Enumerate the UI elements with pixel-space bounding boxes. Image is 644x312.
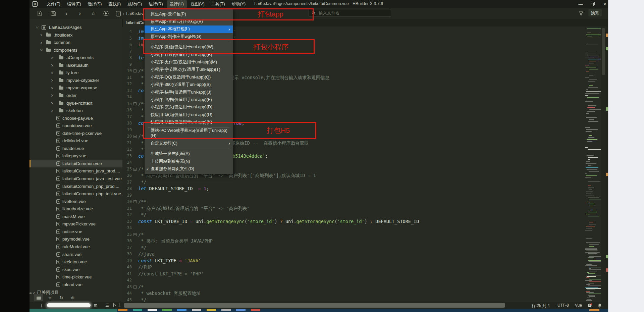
filter-icon[interactable] (578, 10, 584, 16)
chevron-right-icon[interactable]: > (40, 40, 42, 45)
tree-item-laiketuiCommonjavatest.vue[interactable]: VlaiketuiCommon_java_test.vue (30, 175, 122, 183)
menubar-item-4[interactable]: 查找(I) (105, 0, 124, 8)
restore-button[interactable] (588, 1, 597, 7)
update-clock-icon[interactable] (588, 303, 592, 308)
chevron-right-icon[interactable]: > (51, 70, 53, 75)
run-icon[interactable] (103, 10, 109, 16)
chevron-down-icon[interactable]: > (35, 27, 40, 29)
chevron-right-icon[interactable]: > (51, 101, 53, 105)
tree-item-order[interactable]: >order (30, 92, 122, 99)
fold-icon[interactable]: − (133, 69, 137, 72)
tree-item-mpvue-wxparse[interactable]: >mpvue-wxparse (30, 84, 122, 92)
chevron-right-icon[interactable]: > (51, 55, 53, 60)
preview-button[interactable]: 预览 (588, 9, 602, 16)
tree-item-header.vue[interactable]: Vheader.vue (30, 145, 122, 152)
chevron-right-icon[interactable]: > (51, 78, 53, 83)
tree-item-components[interactable]: >components (30, 46, 122, 54)
fold-icon[interactable]: − (133, 200, 137, 203)
tree-item-share.vue[interactable]: Vshare.vue (30, 251, 122, 258)
tree-item-time-picker.vue[interactable]: Vtime-picker.vue (30, 273, 122, 281)
star-icon[interactable]: ☆ (90, 10, 97, 16)
menu-item-12[interactable]: 小程序-快手(仅适用于uni-app)(J) (145, 89, 233, 96)
chevron-right-icon[interactable]: > (51, 108, 53, 113)
menubar-item-5[interactable]: 跳转(G) (124, 0, 145, 8)
tree-item-mpvue-citypicker[interactable]: >mpvue-citypicker (30, 76, 122, 84)
menu-item-22[interactable]: 生成统一发布页面(A) (145, 150, 233, 158)
tree-item-aComponents[interactable]: >aComponents (30, 54, 122, 61)
menu-item-11[interactable]: 小程序-360(仅适用于uni-app)(S) (145, 81, 233, 89)
menubar-item-7[interactable]: 发行(U) (167, 0, 187, 8)
sync-tab-icon[interactable]: ↻ (57, 294, 66, 301)
menubar-item-3[interactable]: 选择(S) (85, 0, 105, 8)
menu-item-3[interactable]: 原生App-本地打包(L)› (145, 25, 233, 33)
chevron-right-icon[interactable]: > (51, 63, 53, 67)
outline-icon[interactable]: ☰ (105, 303, 109, 308)
menu-item-10[interactable]: 小程序-QQ(仅适用于uni-app)(Q) (145, 73, 233, 81)
tree-item-laikepay.vue[interactable]: Vlaikepay.vue (30, 152, 122, 160)
tree-item-LaiKeJavaPages[interactable]: >ULaiKeJavaPages (30, 23, 122, 31)
tree-item-skus.vue[interactable]: Vskus.vue (30, 266, 122, 273)
tree-item-paymodel.vue[interactable]: Vpaymodel.vue (30, 235, 122, 243)
menu-item-8[interactable]: 小程序-支付宝(仅适用于uni-app)(M) (145, 58, 233, 66)
chevron-down-icon[interactable]: > (39, 49, 44, 51)
menu-item-13[interactable]: 小程序-飞书(仅适用于uni-app)(F) (145, 96, 233, 103)
back-icon[interactable]: ‹ (63, 10, 70, 16)
fold-icon[interactable]: − (133, 285, 137, 289)
new-file-icon[interactable] (36, 10, 43, 16)
file-search-box[interactable] (309, 9, 391, 17)
tree-item-laiketuiauth[interactable]: >laiketuiauth (30, 61, 122, 69)
plugin-tab-icon[interactable]: ✳ (46, 294, 54, 301)
forward-icon[interactable]: › (76, 10, 83, 16)
tree-item-date-time-picker.vue[interactable]: Vdate-time-picker.vue (30, 129, 122, 137)
tree-item-skeleton[interactable]: >skeleton (30, 107, 122, 114)
tree-item-laiketuiCommonphptest.vue[interactable]: VlaiketuiCommon_php_test.vue (30, 190, 122, 198)
tree-item-ruleModal.vue[interactable]: VruleModal.vue (30, 243, 122, 251)
explorer-tab-icon[interactable] (34, 294, 43, 301)
minimize-button[interactable]: — (576, 1, 585, 7)
menu-item-15[interactable]: 快应用-华为(仅适用于uni-app)(U) (145, 111, 233, 118)
tree-item-notice.vue[interactable]: Vnotice.vue (30, 228, 122, 236)
chevron-right-icon[interactable]: > (51, 86, 53, 90)
editor-scrollbar-thumb[interactable] (602, 28, 605, 75)
language-indicator[interactable]: Vue (575, 303, 582, 308)
tree-item-maskM.vue[interactable]: VmaskM.vue (30, 213, 122, 220)
tree-item-skeleton.vue[interactable]: Vskeleton.vue (30, 258, 122, 266)
breadcrumb[interactable]: u › LaiKeJav (116, 11, 144, 16)
tree-item-common[interactable]: >common (30, 39, 122, 46)
search-input[interactable] (318, 10, 376, 16)
tree-item-choose-pay.vue[interactable]: Vchoose-pay.vue (30, 114, 122, 122)
tree-item-mpvuePicker.vue[interactable]: VmpvuePicker.vue (30, 220, 122, 228)
menubar-item-8[interactable]: 视图(V) (187, 0, 208, 8)
tree-item-toload.vue[interactable]: Vtoload.vue (30, 281, 122, 289)
menubar-item-1[interactable]: 文件(F) (44, 0, 63, 8)
encoding-indicator[interactable]: UTF-8 (557, 303, 569, 308)
tree-item-.hbuilderx[interactable]: >.hbuilderx (30, 31, 122, 39)
menu-item-20[interactable]: 自定义发行(C)› (145, 140, 233, 147)
fold-icon[interactable]: − (133, 233, 137, 236)
minimap[interactable] (584, 27, 601, 302)
fold-icon[interactable]: − (133, 102, 137, 105)
fold-icon[interactable]: − (133, 168, 137, 171)
menu-item-23[interactable]: 上传网站到服务器(N) (145, 158, 233, 165)
web-tab-icon[interactable]: ⊕ (68, 294, 77, 301)
tree-item-laiketuiCommon.vue[interactable]: VlaiketuiCommon.vue (30, 160, 123, 167)
cursor-position[interactable]: 行:25 列:4 (532, 303, 550, 309)
menubar-item-6[interactable]: 运行(R) (146, 0, 166, 8)
menubar-item-2[interactable]: 编辑(E) (64, 0, 84, 8)
notification-bell-icon[interactable] (598, 303, 602, 308)
project-explorer[interactable]: >ULaiKeJavaPages>.hbuilderx>common>compo… (30, 19, 123, 302)
terminal-icon[interactable]: >_ (113, 303, 119, 307)
tree-item-qiyue-richtext[interactable]: >qiyue-richtext (30, 99, 122, 107)
chevron-right-icon[interactable]: > (40, 33, 42, 37)
fold-icon[interactable]: − (133, 135, 137, 138)
horizontal-scrollbar-thumb[interactable] (124, 303, 505, 308)
tree-item-countdown.vue[interactable]: Vcountdown.vue (30, 122, 122, 129)
tree-item-laiketuiCommonphpprod....[interactable]: VlaiketuiCommon_php_prod.... (30, 183, 122, 190)
tree-item-liveItem.vue[interactable]: VliveItem.vue (30, 198, 122, 205)
chevron-right-icon[interactable]: > (51, 93, 53, 98)
tree-item-laiketuiCommonjavaprod....[interactable]: VlaiketuiCommon_java_prod.... (30, 167, 122, 175)
tree-item-ly-tree[interactable]: >ly-tree (30, 69, 122, 76)
save-icon[interactable] (50, 10, 56, 16)
tree-item-lktauthorize.vue[interactable]: Vlktauthorize.vue (30, 205, 122, 213)
menu-item-9[interactable]: 小程序-字节跳动(仅适用于uni-app)(T) (145, 66, 233, 73)
